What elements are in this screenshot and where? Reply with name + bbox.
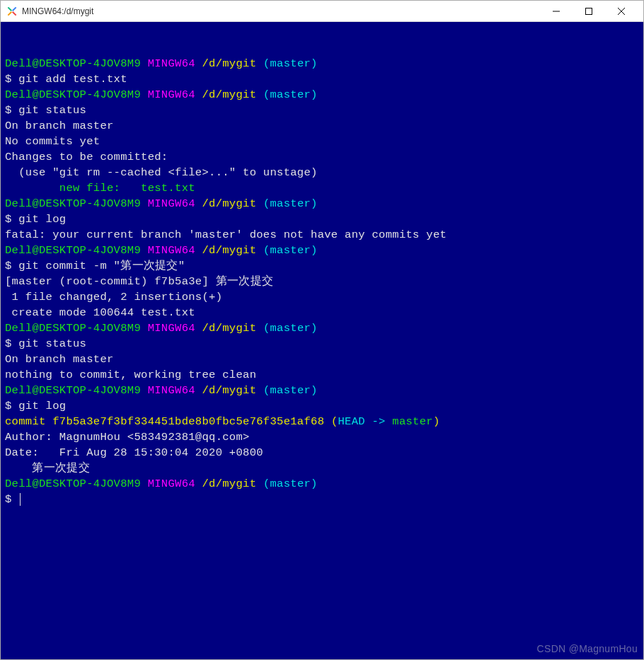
- output-line: No commits yet: [5, 134, 639, 149]
- svg-rect-1: [8, 11, 12, 16]
- window-controls: [540, 1, 638, 22]
- command-line: $ git commit -m "第一次提交": [5, 258, 639, 274]
- cursor: [20, 493, 21, 506]
- command-line: $ git log: [5, 398, 639, 414]
- prompt-line: Dell@DESKTOP-4JOV8M9 MINGW64 /d/mygit (m…: [5, 476, 639, 492]
- prompt-line: Dell@DESKTOP-4JOV8M9 MINGW64 /d/mygit (m…: [5, 196, 639, 212]
- svg-rect-2: [8, 6, 12, 11]
- output-line: Changes to be committed:: [5, 149, 639, 165]
- maximize-button[interactable]: [573, 1, 605, 22]
- gitlog-author-line: Author: MagnumHou <583492381@qq.com>: [5, 429, 639, 445]
- command-line: $ git status: [5, 336, 639, 352]
- prompt-line: Dell@DESKTOP-4JOV8M9 MINGW64 /d/mygit (m…: [5, 383, 639, 398]
- prompt-line: Dell@DESKTOP-4JOV8M9 MINGW64 /d/mygit (m…: [5, 87, 639, 103]
- command-line: $ git add test.txt: [5, 71, 639, 87]
- prompt-line: Dell@DESKTOP-4JOV8M9 MINGW64 /d/mygit (m…: [5, 243, 639, 258]
- output-line: nothing to commit, working tree clean: [5, 367, 639, 383]
- prompt-line: Dell@DESKTOP-4JOV8M9 MINGW64 /d/mygit (m…: [5, 56, 639, 71]
- output-line: On branch master: [5, 352, 639, 367]
- output-line: 1 file changed, 2 insertions(+): [5, 289, 639, 305]
- window-title: MINGW64:/d/mygit: [22, 6, 540, 16]
- svg-rect-0: [12, 6, 16, 11]
- command-line: $ git status: [5, 103, 639, 118]
- command-line: $ git log: [5, 212, 639, 227]
- output-line: (use "git rm --cached <file>..." to unst…: [5, 165, 639, 180]
- output-line: new file: test.txt: [5, 180, 639, 196]
- command-line: $: [5, 492, 639, 507]
- gitlog-date-line: Date: Fri Aug 28 15:30:04 2020 +0800: [5, 445, 639, 461]
- app-window: MINGW64:/d/mygit Dell@DESKTOP-4JOV8M9 MI…: [0, 0, 644, 660]
- minimize-button[interactable]: [540, 1, 573, 22]
- app-icon: [6, 6, 18, 17]
- svg-rect-3: [12, 11, 16, 16]
- output-line: On branch master: [5, 118, 639, 134]
- output-line: [master (root-commit) f7b5a3e] 第一次提交: [5, 274, 639, 289]
- watermark: CSDN @MagnumHou: [537, 641, 638, 656]
- output-line: fatal: your current branch 'master' does…: [5, 227, 639, 243]
- close-button[interactable]: [605, 1, 638, 22]
- prompt-line: Dell@DESKTOP-4JOV8M9 MINGW64 /d/mygit (m…: [5, 320, 639, 336]
- terminal-area[interactable]: Dell@DESKTOP-4JOV8M9 MINGW64 /d/mygit (m…: [1, 22, 643, 659]
- gitlog-commit-line: commit f7b5a3e7f3bf334451bde8b0fbc5e76f3…: [5, 414, 639, 429]
- gitlog-msg-line: 第一次提交: [5, 461, 639, 476]
- titlebar[interactable]: MINGW64:/d/mygit: [1, 1, 643, 22]
- svg-rect-5: [586, 8, 592, 14]
- output-line: create mode 100644 test.txt: [5, 305, 639, 320]
